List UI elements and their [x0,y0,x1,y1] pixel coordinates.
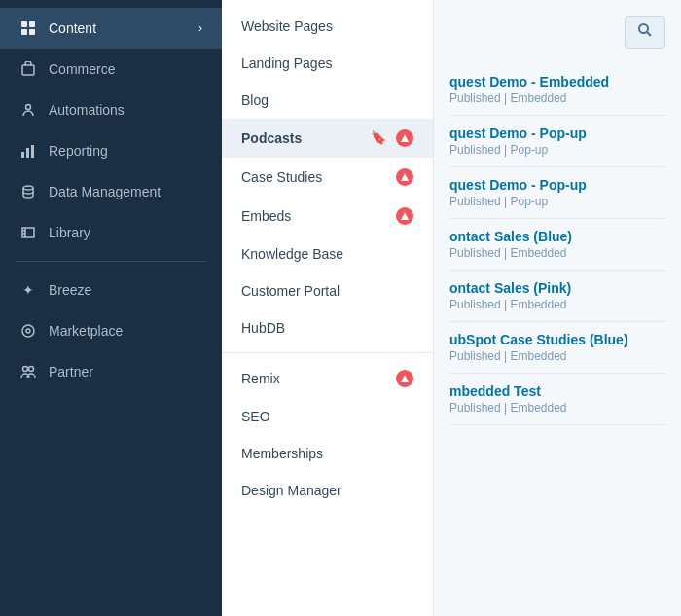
reporting-icon [19,142,37,160]
upgrade-badge [396,168,413,186]
submenu-item-memberships[interactable]: Memberships [222,435,433,472]
svg-point-12 [23,367,28,372]
sidebar-item-marketplace[interactable]: Marketplace [0,310,222,351]
sidebar-item-automations[interactable]: Automations [0,90,222,130]
submenu-item-remix[interactable]: Remix [222,359,433,398]
item-title[interactable]: quest Demo - Embedded [449,74,665,90]
item-title[interactable]: ubSpot Case Studies (Blue) [449,332,665,347]
svg-marker-14 [401,134,409,142]
submenu-divider [222,352,433,353]
item-title[interactable]: quest Demo - Pop-up [449,126,665,141]
data-management-icon [19,183,37,200]
upgrade-badge [396,207,413,225]
sidebar-divider [16,261,206,262]
automations-icon [19,101,37,119]
submenu-label: Embeds [241,208,388,224]
item-meta: Published | Embedded [449,91,665,105]
sidebar-item-breeze[interactable]: ✦ Breeze [0,270,222,310]
submenu-label: HubDB [241,320,413,336]
item-meta: Published | Embedded [449,246,665,260]
sidebar: Content › Commerce Automations [0,0,222,616]
submenu-label: Remix [241,371,388,386]
svg-point-11 [26,329,30,333]
submenu-label: SEO [241,409,413,424]
svg-rect-6 [21,152,24,158]
submenu-label: Blog [241,92,413,108]
submenu-item-landing-pages[interactable]: Landing Pages [222,45,433,82]
submenu-item-knowledge-base[interactable]: Knowledge Base [222,236,433,272]
svg-marker-16 [401,212,409,220]
upgrade-badge [396,370,413,387]
submenu-label: Memberships [241,446,413,461]
submenu-item-seo[interactable]: SEO [222,398,433,435]
list-item: quest Demo - Pop-up Published | Pop-up [449,116,665,167]
item-title[interactable]: ontact Sales (Blue) [449,229,665,244]
sidebar-item-content[interactable]: Content › [0,8,222,49]
svg-rect-0 [21,21,27,27]
submenu-label: Website Pages [241,18,413,34]
sidebar-item-label: Marketplace [49,323,123,339]
content-submenu: Website Pages Landing Pages Blog Podcast… [222,0,434,616]
sidebar-item-reporting[interactable]: Reporting [0,130,222,171]
item-title[interactable]: ontact Sales (Pink) [449,280,665,296]
list-item: mbedded Test Published | Embedded [449,374,665,425]
sidebar-item-label: Breeze [49,282,91,298]
item-title[interactable]: mbedded Test [449,383,665,399]
submenu-item-hubdb[interactable]: HubDB [222,309,433,346]
list-item: ontact Sales (Pink) Published | Embedded [449,271,665,322]
svg-rect-3 [29,29,35,35]
item-meta: Published | Embedded [449,298,665,311]
submenu-item-case-studies[interactable]: Case Studies [222,158,433,197]
svg-rect-8 [31,145,34,158]
list-item: quest Demo - Pop-up Published | Pop-up [449,167,665,219]
svg-marker-17 [401,375,409,382]
svg-rect-1 [29,21,35,27]
submenu-item-embeds[interactable]: Embeds [222,197,433,236]
submenu-item-blog[interactable]: Blog [222,82,433,119]
svg-point-18 [639,24,648,33]
submenu-item-design-manager[interactable]: Design Manager [222,472,433,509]
sidebar-item-library[interactable]: Library [0,212,222,253]
item-meta: Published | Pop-up [449,195,665,208]
item-meta: Published | Embedded [449,401,665,415]
chevron-right-icon: › [198,21,202,35]
search-bar [449,16,665,49]
svg-line-19 [647,32,651,36]
svg-point-5 [26,105,31,110]
sidebar-item-label: Reporting [49,143,108,159]
sidebar-item-label: Partner [49,364,93,380]
sidebar-item-data-management[interactable]: Data Management [0,171,222,212]
item-meta: Published | Pop-up [449,143,665,157]
item-title[interactable]: quest Demo - Pop-up [449,177,665,193]
commerce-icon [19,60,37,78]
svg-rect-7 [26,148,29,158]
submenu-label: Case Studies [241,169,388,185]
partner-icon [19,363,37,380]
submenu-item-customer-portal[interactable]: Customer Portal [222,272,433,309]
sidebar-item-partner[interactable]: Partner [0,351,222,392]
svg-point-9 [23,186,33,190]
submenu-label: Customer Portal [241,283,413,299]
content-list: quest Demo - Embedded Published | Embedd… [449,64,665,425]
content-icon [19,19,37,37]
breeze-icon: ✦ [19,281,37,299]
svg-marker-15 [401,173,409,181]
sidebar-item-commerce[interactable]: Commerce [0,49,222,90]
item-meta: Published | Embedded [449,349,665,363]
submenu-item-podcasts[interactable]: Podcasts 🔖 This feature is included in C… [222,119,433,158]
upgrade-badge [396,129,413,147]
sidebar-item-label: Content [49,20,96,36]
sidebar-item-label: Library [49,225,90,240]
svg-point-13 [29,367,34,372]
search-button[interactable] [625,16,665,49]
library-icon [19,224,37,241]
submenu-label: Design Manager [241,483,413,498]
sidebar-item-label: Data Management [49,184,161,199]
svg-point-10 [22,325,34,337]
submenu-label: Podcasts [241,130,363,146]
marketplace-icon [19,322,37,340]
submenu-item-website-pages[interactable]: Website Pages [222,8,433,45]
main-content: quest Demo - Embedded Published | Embedd… [434,0,681,616]
sidebar-item-label: Automations [49,102,125,118]
list-item: quest Demo - Embedded Published | Embedd… [449,64,665,116]
